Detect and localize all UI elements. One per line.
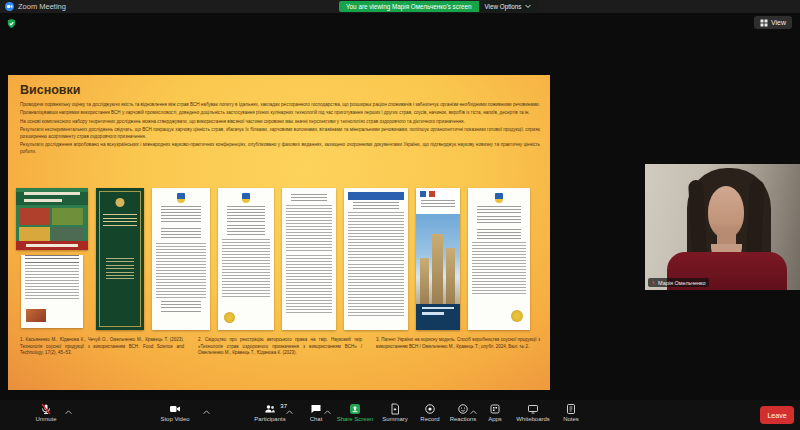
journal-first-page [21,255,83,328]
document-thumbnail-article [282,188,336,330]
share-screen-button[interactable]: Share Screen [335,400,375,430]
summary-button[interactable]: Summary [375,400,415,430]
page-figure [26,309,46,322]
shared-presentation-slide: Висновки Проводячи порівняльну оцінку та… [8,75,550,390]
slide-title: Висновки [20,83,80,97]
conclusion-paragraph: На основі комплексного набору теоретични… [20,119,540,126]
participants-icon [264,403,276,415]
zoom-logo-icon [5,2,14,11]
journal-cover [16,188,88,250]
participant-name-label: Марія Омельченко [648,278,709,287]
reference-caption: 3. Патент України на корисну модель. Спо… [376,337,540,357]
apps-icon [489,403,501,415]
record-button[interactable]: Record [415,400,445,430]
smiley-reactions-icon [457,403,469,415]
participant-video-tile[interactable]: Марія Омельченко [645,164,800,290]
document-thumbnail-certificate [152,188,210,330]
reference-captions-row: 1. Касьяненко М., Юданова К., Чечуй О., … [20,337,540,357]
meeting-content-area: View Висновки Проводячи порівняльну оцін… [0,13,800,400]
unmute-button[interactable]: Unmute [16,400,76,430]
camera-icon [169,403,181,415]
document-thumbnail-certificate [468,188,530,330]
conclusion-paragraph: Результати дослідження апробовано на все… [20,142,540,156]
window-title: Zoom Meeting [18,2,66,11]
meeting-toolbar: Unmute Stop Video 37 Participants Chat [0,400,800,430]
document-thumbnail-certificate [218,188,274,330]
view-layout-button[interactable]: View [754,16,792,29]
document-thumbnail-conference-cover [416,188,460,330]
document-thumbnail-article [344,188,408,330]
trident-emblem-icon [177,193,185,203]
chevron-up-icon[interactable] [324,406,331,418]
chat-button[interactable]: Chat [297,400,335,430]
slide-conclusions-text: Проводячи порівняльну оцінку та досліджу… [20,102,540,158]
trident-emblem-icon [495,193,503,203]
zoom-meeting-window: Zoom Meeting You are viewing Марія Омель… [0,0,800,430]
notes-icon [565,403,577,415]
ai-summary-icon [389,403,401,415]
conclusion-paragraph: Результати експериментальних досліджень … [20,127,540,141]
record-icon [424,403,436,415]
document-thumbnail-monograph [96,188,144,330]
security-shield-icon[interactable] [6,18,17,29]
conference-logo-icon [429,191,435,197]
chevron-down-icon [525,4,531,9]
leave-button[interactable]: Leave [760,406,794,424]
city-skyline-photo [416,214,460,304]
conclusion-paragraph: Проаналізувавши напрямки використання ВС… [20,110,540,117]
notes-button[interactable]: Notes [557,400,585,430]
muted-mic-icon [651,280,656,286]
chat-bubble-icon [310,403,322,415]
reactions-button[interactable]: Reactions [445,400,481,430]
share-screen-icon [349,403,361,415]
whiteboards-button[interactable]: Whiteboards [509,400,557,430]
conference-logo-icon [420,191,426,197]
conclusion-paragraph: Проводячи порівняльну оцінку та досліджу… [20,102,540,109]
trident-emblem-icon [242,193,250,203]
article-header-band [348,192,404,200]
whiteboard-icon [527,403,539,415]
chevron-up-icon[interactable] [470,406,477,418]
viewing-screen-text: You are viewing Марія Омельченко's scree… [339,1,479,12]
reference-caption: 2. Свідоцтво про реєстрацію авторського … [198,337,362,357]
screen-share-banner: You are viewing Марія Омельченко's scree… [339,1,537,12]
reference-caption: 1. Касьяненко М., Юданова К., Чечуй О., … [20,337,184,357]
chevron-up-icon[interactable] [286,406,293,418]
monograph-emblem [116,198,125,207]
certificate-seal [511,310,523,322]
mic-muted-icon [40,403,52,415]
view-options-button[interactable]: View Options [479,1,537,12]
document-thumbnails-row [16,188,544,334]
certificate-seal [224,312,235,323]
apps-button[interactable]: Apps [481,400,509,430]
grid-view-icon [760,19,768,27]
participants-button[interactable]: 37 Participants [243,400,297,430]
chevron-up-icon[interactable] [203,406,210,418]
document-thumbnail-journal [16,188,88,328]
stop-video-button[interactable]: Stop Video [136,400,214,430]
chevron-up-icon[interactable] [65,406,72,418]
